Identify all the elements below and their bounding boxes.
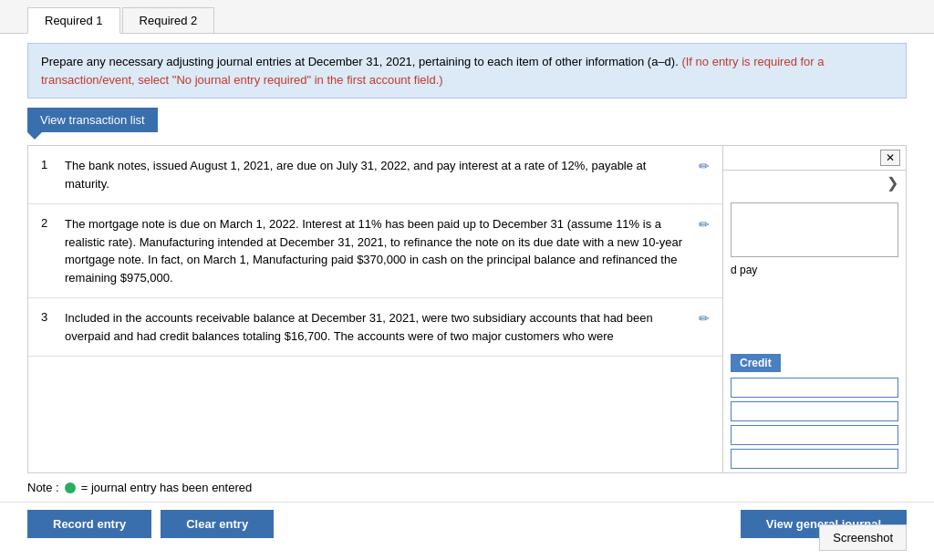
journal-input-3[interactable]	[731, 425, 898, 445]
partial-label: d pay	[731, 260, 898, 276]
journal-input-1[interactable]	[731, 378, 898, 398]
journal-input-2[interactable]	[731, 401, 898, 421]
transaction-item-1: 1 The bank notes, issued August 1, 2021,…	[28, 146, 722, 204]
journal-text-area[interactable]	[731, 202, 898, 257]
tab-required-1[interactable]: Required 1	[27, 7, 120, 34]
item-text-1: The bank notes, issued August 1, 2021, a…	[65, 157, 690, 192]
note-label: Note :	[27, 481, 59, 494]
journal-label-row: Credit	[723, 348, 906, 374]
info-text-normal: Prepare any necessary adjusting journal …	[41, 55, 679, 68]
edit-icon-2[interactable]: ✏	[699, 215, 710, 232]
note-text: = journal entry has been entered	[81, 481, 253, 494]
main-container: Required 1 Required 2 Prepare any necess…	[0, 0, 934, 560]
journal-inputs	[723, 374, 906, 472]
info-box: Prepare any necessary adjusting journal …	[27, 43, 907, 99]
clear-entry-button[interactable]: Clear entry	[161, 510, 274, 538]
journal-top-bar: ✕	[723, 146, 906, 171]
tab-required-2[interactable]: Required 2	[122, 7, 215, 33]
item-text-2: The mortgage note is due on March 1, 202…	[65, 215, 690, 286]
transaction-item-3: 3 Included in the accounts receivable ba…	[28, 298, 722, 357]
journal-input-4[interactable]	[731, 449, 898, 469]
edit-icon-1[interactable]: ✏	[699, 157, 710, 173]
item-num-1: 1	[41, 157, 56, 171]
action-bar: Record entry Clear entry View general jo…	[0, 502, 934, 545]
item-num-2: 2	[41, 215, 56, 230]
content-area: 1 The bank notes, issued August 1, 2021,…	[27, 145, 907, 473]
chevron-right-icon[interactable]: ❯	[887, 174, 898, 192]
item-text-3: Included in the accounts receivable bala…	[65, 309, 690, 345]
edit-icon-3[interactable]: ✏	[699, 309, 710, 326]
close-icon[interactable]: ✕	[880, 150, 900, 166]
journal-header-row: ❯	[723, 171, 906, 195]
journal-input-area: d pay	[723, 195, 906, 348]
transaction-list: 1 The bank notes, issued August 1, 2021,…	[28, 146, 723, 472]
green-dot-icon	[65, 482, 76, 493]
record-entry-button[interactable]: Record entry	[27, 510, 151, 538]
journal-panel: ✕ ❯ d pay Credit	[723, 146, 906, 472]
item-num-3: 3	[41, 309, 56, 324]
tabs-bar: Required 1 Required 2	[0, 0, 934, 34]
credit-label: Credit	[731, 354, 781, 372]
view-btn-wrapper: View transaction list	[0, 108, 934, 132]
screenshot-button[interactable]: Screenshot	[819, 524, 907, 551]
transaction-item-2: 2 The mortgage note is due on March 1, 2…	[28, 204, 722, 298]
view-transaction-button[interactable]: View transaction list	[27, 108, 158, 132]
note-bar: Note : = journal entry has been entered	[0, 473, 934, 502]
